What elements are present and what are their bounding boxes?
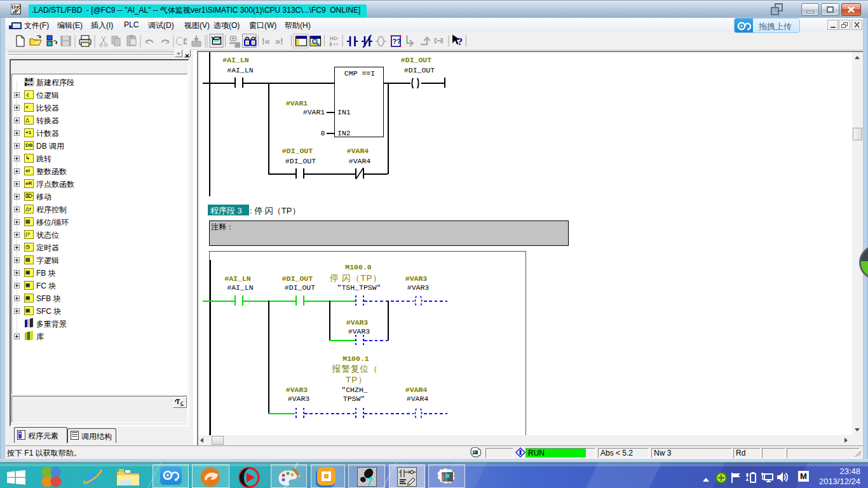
svg-text:?: ?	[458, 36, 463, 47]
svg-text:»!: »!	[275, 36, 283, 46]
svg-text:??: ??	[393, 37, 402, 45]
svg-text:7: 7	[367, 476, 372, 487]
svg-text:!«: !«	[262, 36, 270, 46]
